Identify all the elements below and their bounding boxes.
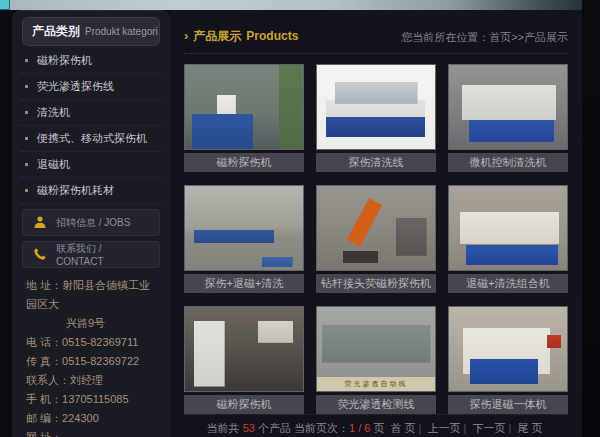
sidebar-item-label: 退磁机 [37,158,70,170]
bullet-icon [25,111,28,114]
product-caption[interactable]: 退磁+清洗组合机 [448,274,568,293]
contact-button[interactable]: 联系我们 / CONTACT [22,241,160,268]
product-photo[interactable] [316,64,436,150]
sidebar-item-fluorescent-line[interactable]: 荧光渗透探伤线 [20,74,162,100]
contact-info: 地 址：射阳县合德镇工业园区大 兴路9号 电 话：0515-82369711 传… [26,276,158,437]
product-photo[interactable] [316,185,436,271]
sidebar-title-en: Produkt kategori [85,26,158,37]
pager-separator: | [419,422,422,434]
top-banner-strip [0,0,600,10]
pager-current-page: 1 / 6 [349,422,370,434]
contact-address-line2: 兴路9号 [26,314,158,333]
product-card[interactable]: 探伤+退磁+清洗 [184,185,304,293]
product-caption[interactable]: 磁粉探伤机 [184,153,304,172]
product-caption[interactable]: 钻杆接头荧磁粉探伤机 [316,274,436,293]
sidebar-title: 产品类别 Produkt kategori [22,17,160,46]
product-photo[interactable] [184,64,304,150]
bullet-icon [25,59,28,62]
product-photo[interactable]: 荧光渗透自动线 [316,306,436,392]
product-card[interactable]: 钻杆接头荧磁粉探伤机 [316,185,436,293]
product-caption[interactable]: 探伤+退磁+清洗 [184,274,304,293]
corner-window-icon [0,0,10,10]
phone-icon [33,247,47,263]
product-photo[interactable] [448,306,568,392]
product-card[interactable]: 微机控制清洗机 [448,64,568,172]
jobs-button-label: 招聘信息 / JOBS [56,216,130,230]
contact-website[interactable]: 网 址：www.huatongndt.com [26,428,158,437]
contact-mobile: 手 机：13705115085 [26,390,158,409]
sidebar-item-label: 荧光渗透探伤线 [37,80,114,92]
product-card[interactable]: 探伤清洗线 [316,64,436,172]
section-title: › 产品展示 Products [184,28,298,45]
section-title-cn: 产品展示 [193,28,241,45]
contact-button-label: 联系我们 / CONTACT [56,242,149,267]
section-title-en: Products [246,29,298,43]
product-photo[interactable] [184,306,304,392]
bullet-icon [25,163,28,166]
pager-first-link[interactable]: 首 页 [391,422,416,434]
photo-label: 荧光渗透自动线 [317,377,435,391]
breadcrumb[interactable]: 您当前所在位置：首页>>产品展示 [401,30,568,45]
bullet-icon [25,85,28,88]
product-grid: 磁粉探伤机 探伤清洗线 微机控制清洗机 探伤+退磁+清洗 钻杆接头荧磁粉探伤机 … [184,64,568,414]
sidebar-item-label: 清洗机 [37,106,70,118]
contact-fax: 传 真：0515-82369722 [26,352,158,371]
main-content: › 产品展示 Products 您当前所在位置：首页>>产品展示 磁粉探伤机 探… [170,10,582,437]
pager-prev-link[interactable]: 上一页 [428,422,461,434]
sidebar: 产品类别 Produkt kategori 磁粉探伤机 荧光渗透探伤线 清洗机 … [12,10,170,437]
product-photo[interactable] [184,185,304,271]
contact-phone: 电 话：0515-82369711 [26,333,158,352]
sidebar-item-label: 便携式、移动式探伤机 [37,132,147,144]
product-caption[interactable]: 探伤清洗线 [316,153,436,172]
sidebar-item-label: 磁粉探伤机耗材 [37,184,114,196]
pager-text: 当前共 [207,422,243,434]
page-right-margin [582,0,600,437]
contact-zipcode: 邮 编：224300 [26,409,158,428]
pager-last-link[interactable]: 尾 页 [517,422,542,434]
product-card[interactable]: 探伤退磁一体机 [448,306,568,414]
pager-separator: | [464,422,467,434]
pagination: 当前共 53 个产品 当前页次：1 / 6 页 首 页| 上一页| 下一页| 尾… [184,414,568,436]
product-card[interactable]: 荧光渗透自动线 荧光渗透检测线 [316,306,436,414]
pager-next-link[interactable]: 下一页 [472,422,505,434]
person-icon [33,215,47,231]
product-photo[interactable] [448,64,568,150]
section-header: › 产品展示 Products 您当前所在位置：首页>>产品展示 [184,28,568,54]
product-caption[interactable]: 荧光渗透检测线 [316,395,436,414]
arrow-right-icon: › [184,28,188,43]
sidebar-item-demagnetizer[interactable]: 退磁机 [20,152,162,178]
product-photo[interactable] [448,185,568,271]
pager-total-count: 53 [243,422,255,434]
pager-separator: | [508,422,511,434]
product-caption[interactable]: 磁粉探伤机 [184,395,304,414]
contact-address-line1: 地 址：射阳县合德镇工业园区大 [26,276,158,314]
sidebar-item-magnetic-detector[interactable]: 磁粉探伤机 [20,48,162,74]
sidebar-menu: 磁粉探伤机 荧光渗透探伤线 清洗机 便携式、移动式探伤机 退磁机 磁粉探伤机耗材 [20,48,162,204]
jobs-button[interactable]: 招聘信息 / JOBS [22,209,160,236]
pager-text: 个产品 当前页次： [255,422,349,434]
product-card[interactable]: 磁粉探伤机 [184,306,304,414]
sidebar-item-consumables[interactable]: 磁粉探伤机耗材 [20,178,162,204]
product-caption[interactable]: 微机控制清洗机 [448,153,568,172]
contact-person: 联系人：刘经理 [26,371,158,390]
pager-text: 页 [370,422,387,434]
sidebar-title-cn: 产品类别 [32,23,80,40]
sidebar-item-cleaning-machine[interactable]: 清洗机 [20,100,162,126]
product-caption[interactable]: 探伤退磁一体机 [448,395,568,414]
sidebar-item-portable-detector[interactable]: 便携式、移动式探伤机 [20,126,162,152]
bullet-icon [25,189,28,192]
sidebar-item-label: 磁粉探伤机 [37,54,92,66]
product-card[interactable]: 磁粉探伤机 [184,64,304,172]
bullet-icon [25,137,28,140]
product-card[interactable]: 退磁+清洗组合机 [448,185,568,293]
